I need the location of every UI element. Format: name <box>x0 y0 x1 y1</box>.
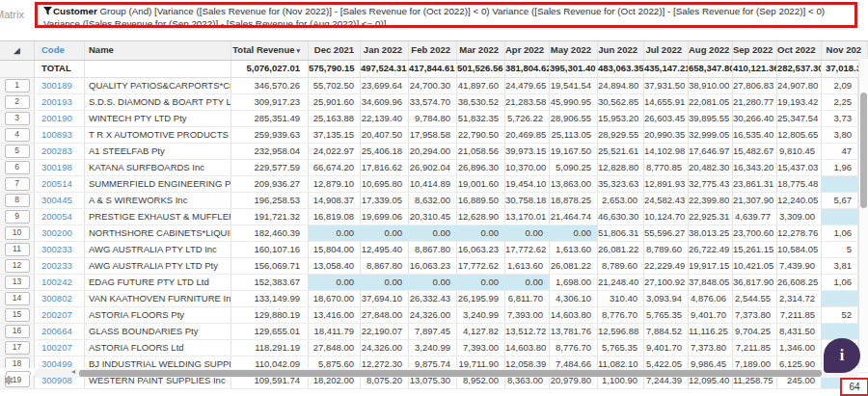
month-cell[interactable]: 16,063.23 <box>457 242 505 257</box>
month-cell[interactable]: 24,700.30 <box>409 78 457 93</box>
month-cell[interactable]: 13,863.00 <box>550 176 598 192</box>
code-link[interactable]: 300445 <box>35 193 85 208</box>
revenue-cell[interactable]: 156,069.71 <box>231 258 309 274</box>
month-cell[interactable]: 1,96 <box>822 160 858 175</box>
month-cell[interactable]: 26,608.25 <box>777 275 822 290</box>
month-cell[interactable]: 13,781.76 <box>550 324 598 339</box>
month-cell[interactable]: 15,261.15 <box>733 242 777 257</box>
month-cell[interactable]: 10,421.05 <box>733 258 777 274</box>
month-cell[interactable]: 24,907.80 <box>777 78 822 93</box>
month-cell[interactable]: 66,674.20 <box>309 160 361 175</box>
revenue-cell[interactable]: 129,655.01 <box>231 324 309 339</box>
month-cell[interactable]: 8,776.70 <box>550 340 598 356</box>
revenue-cell[interactable]: 118,291.19 <box>231 340 309 356</box>
month-cell[interactable]: 32,999.05 <box>689 127 733 143</box>
month-cell[interactable]: 22,190.07 <box>361 324 409 339</box>
info-button[interactable]: i <box>824 338 860 373</box>
revenue-cell[interactable]: 229,577.59 <box>231 160 309 175</box>
month-cell[interactable]: 39,973.15 <box>505 144 550 159</box>
column-header-month[interactable]: May 2022 <box>550 41 598 60</box>
month-cell[interactable]: 22,229.49 <box>644 258 689 274</box>
revenue-cell[interactable]: 152,383.67 <box>231 275 309 290</box>
month-cell[interactable]: 8,867.80 <box>409 242 457 257</box>
month-cell[interactable]: 37,694.10 <box>361 291 409 306</box>
month-cell[interactable]: 21,307.90 <box>733 193 777 208</box>
month-cell[interactable]: 27,100.92 <box>644 275 689 290</box>
code-link[interactable]: 300233 <box>35 242 85 257</box>
month-cell[interactable]: 38,013.25 <box>689 225 733 241</box>
month-cell[interactable]: 32,775.43 <box>689 176 733 192</box>
month-cell[interactable]: 18,411.79 <box>309 324 361 339</box>
total-month-value[interactable]: 658,347.80 <box>689 61 733 77</box>
month-cell[interactable]: 7,897.45 <box>409 324 457 339</box>
month-cell[interactable]: 41,897.60 <box>457 78 505 93</box>
code-link[interactable]: 200207 <box>35 307 85 323</box>
month-cell[interactable]: 8,789.60 <box>598 258 644 274</box>
month-cell[interactable]: 9,401.70 <box>689 307 733 323</box>
month-cell[interactable]: 7,211.85 <box>733 340 777 356</box>
month-cell[interactable]: 12,805.65 <box>777 127 822 143</box>
code-link[interactable]: 200054 <box>35 209 85 224</box>
month-cell[interactable]: 47 <box>822 144 858 159</box>
month-cell[interactable]: 7,393.00 <box>505 307 550 323</box>
row-number-button[interactable]: 14 <box>5 292 30 305</box>
month-cell[interactable]: 12,828.80 <box>598 160 644 175</box>
month-cell[interactable]: 26,896.30 <box>457 160 505 175</box>
month-cell[interactable]: 1,346.00 <box>777 340 822 356</box>
month-cell[interactable]: 5,67 <box>822 193 858 208</box>
month-cell[interactable]: 0.00 <box>457 275 505 290</box>
month-cell[interactable]: 10,414.89 <box>409 176 457 192</box>
month-cell[interactable]: 2,544.55 <box>733 291 777 306</box>
month-cell[interactable]: 1,06 <box>822 225 858 241</box>
name-cell[interactable]: NORTHSHORE CABINETS*LIQUIDATIO Inc <box>85 225 231 241</box>
month-cell[interactable]: 26,081.22 <box>550 258 598 274</box>
month-cell[interactable]: 5,765.35 <box>644 307 689 323</box>
month-cell[interactable]: 12,879.10 <box>309 176 361 192</box>
code-link[interactable]: 300802 <box>35 291 85 306</box>
row-number-button[interactable]: 1 <box>5 79 30 92</box>
name-cell[interactable]: AWG AUSTRALIA PTY LTD Inc <box>85 242 231 257</box>
month-cell[interactable]: 25,163.88 <box>309 111 361 126</box>
corner-sort-cell[interactable]: ◢ <box>0 41 35 60</box>
revenue-cell[interactable]: 346,570.26 <box>231 78 309 93</box>
month-cell[interactable]: 1,613.60 <box>505 258 550 274</box>
month-cell[interactable]: 26,332.43 <box>409 291 457 306</box>
month-cell[interactable]: 0.00 <box>505 225 550 241</box>
month-cell[interactable]: 24,326.00 <box>409 307 457 323</box>
row-number-button[interactable]: 11 <box>5 243 30 256</box>
month-cell[interactable]: 7,884.52 <box>644 324 689 339</box>
month-cell[interactable]: 26,603.45 <box>644 111 689 126</box>
h-scroll-left-arrow-icon[interactable]: ◂ <box>71 367 75 376</box>
name-cell[interactable]: PRESTIGE EXHAUST & MUFFLERS Pty <box>85 209 231 224</box>
name-cell[interactable]: QUALITY PATIOS&CARPORTS*CLOSED Inc <box>85 78 231 93</box>
revenue-cell[interactable]: 232,958.04 <box>231 144 309 159</box>
month-cell[interactable]: 27,806.83 <box>733 78 777 93</box>
month-cell[interactable]: 9,810.45 <box>777 144 822 159</box>
row-number-button[interactable]: 10 <box>5 226 30 240</box>
code-link[interactable]: 100242 <box>35 275 85 290</box>
row-number-button[interactable]: 3 <box>5 112 30 125</box>
month-cell[interactable]: 8,770.85 <box>644 160 689 175</box>
month-cell[interactable]: 3,093.94 <box>644 291 689 306</box>
name-cell[interactable]: ASTORIA FLOORS Ltd <box>85 340 231 356</box>
month-cell[interactable]: 310.40 <box>598 291 644 306</box>
code-link[interactable]: 100893 <box>35 127 85 143</box>
month-cell[interactable]: 5,090.25 <box>550 160 598 175</box>
month-cell[interactable]: 4,639.77 <box>733 209 777 224</box>
month-cell[interactable]: 55,596.27 <box>644 225 689 241</box>
month-cell[interactable]: 6,811.70 <box>505 291 550 306</box>
month-cell[interactable]: 7,211.85 <box>777 307 822 323</box>
month-cell[interactable]: 12,891.93 <box>644 176 689 192</box>
code-link[interactable]: 200664 <box>35 324 85 339</box>
month-cell[interactable]: 14,908.37 <box>309 193 361 208</box>
filter-bar[interactable]: Customer Group (And) [Variance ([Sales R… <box>35 2 857 28</box>
code-link[interactable]: 200233 <box>35 258 85 274</box>
month-cell[interactable]: 12,596.88 <box>598 324 644 339</box>
month-cell[interactable]: 8,789.60 <box>644 242 689 257</box>
total-month-value[interactable]: 410,121.36 <box>733 61 777 77</box>
name-cell[interactable]: VAN KAATHOVEN FURNITURE Inc <box>85 291 231 306</box>
month-cell[interactable]: 30,266.40 <box>733 111 777 126</box>
month-cell[interactable]: 51,832.35 <box>457 111 505 126</box>
month-cell[interactable]: 39,895.55 <box>689 111 733 126</box>
month-cell[interactable]: 22,790.50 <box>457 127 505 143</box>
